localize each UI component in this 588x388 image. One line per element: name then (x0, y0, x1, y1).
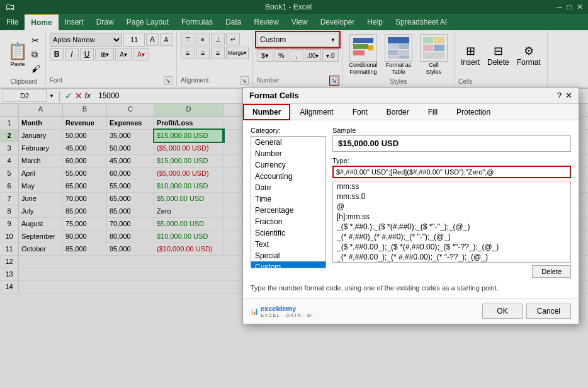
sample-section: Sample $15,000.00 USD (332, 127, 571, 152)
format-list-item[interactable]: [h]:mm:ss (333, 212, 570, 222)
format-list[interactable]: mm:ss mm:ss.0 @ [h]:mm:ss _($ *,##0.);_(… (332, 181, 571, 263)
format-list-item[interactable]: mm:ss.0 (333, 191, 570, 202)
sample-box: $15,000.00 USD (332, 135, 571, 152)
dialog-help-button[interactable]: ? (557, 91, 562, 100)
category-item-number[interactable]: Number (251, 148, 325, 159)
type-section: Type: (332, 157, 571, 178)
ok-button[interactable]: OK (482, 304, 522, 319)
dialog-action-buttons: OK Cancel (482, 304, 571, 319)
category-item-text[interactable]: Text (251, 239, 325, 250)
format-list-item[interactable]: mm:ss (333, 181, 570, 191)
format-list-item[interactable]: _($ *,##0.00_);_($ *(#,##0.00);_($ *"-??… (333, 242, 570, 252)
category-item-scientific[interactable]: Scientific (251, 227, 325, 239)
dialog-body: Category: General Number Currency Accoun… (243, 120, 579, 298)
type-label: Type: (332, 157, 571, 164)
category-item-custom[interactable]: Custom (251, 261, 325, 268)
category-item-special[interactable]: Special (251, 250, 325, 261)
dialog-title: Format Cells (249, 91, 299, 100)
category-item-time[interactable]: Time (251, 193, 325, 205)
category-item-general[interactable]: General (251, 137, 325, 148)
dialog-logo: 📊 exceldemy EXCEL · DATA · BI (251, 305, 314, 318)
dialog-tab-border[interactable]: Border (377, 104, 419, 120)
dialog-tab-alignment[interactable]: Alignment (290, 104, 342, 120)
dialog-footer: 📊 exceldemy EXCEL · DATA · BI OK Cancel (243, 298, 579, 324)
format-list-item[interactable]: _(* #,##0.00_);_(* #,##0.00);_(* "-??_);… (333, 252, 570, 262)
delete-row: Delete (332, 265, 571, 278)
category-item-accounting[interactable]: Accounting (251, 171, 325, 182)
format-list-item[interactable]: _($ *,##0.);_($ *(#,##0);_($ *"-"_);_(@_… (333, 222, 570, 232)
format-list-item[interactable]: [Green]###,##0.00;[Red]###,##0.00;"N/A";… (333, 262, 570, 263)
type-input[interactable] (332, 166, 571, 178)
dialog-tab-font[interactable]: Font (343, 104, 377, 120)
sample-label: Sample (332, 127, 571, 134)
category-item-currency[interactable]: Currency (251, 159, 325, 171)
format-list-item[interactable]: @ (333, 202, 570, 212)
dialog-close-button[interactable]: ✕ (565, 91, 572, 100)
format-list-item[interactable]: _(* #,##0)_(* #,##0);_(* "-");_(@_) (333, 232, 570, 242)
logo-icon: 📊 (251, 308, 258, 315)
dialog-window-controls: ? ✕ (557, 91, 572, 100)
dialog-two-column: Category: General Number Currency Accoun… (251, 127, 571, 280)
format-cells-dialog: Format Cells ? ✕ Number Alignment Font B… (242, 87, 579, 324)
category-section: Category: General Number Currency Accoun… (251, 127, 326, 280)
category-item-fraction[interactable]: Fraction (251, 216, 325, 227)
category-item-percentage[interactable]: Percentage (251, 205, 325, 216)
format-right-panel: Sample $15,000.00 USD Type: mm:ss mm:ss.… (332, 127, 571, 280)
delete-format-button[interactable]: Delete (532, 265, 571, 278)
dialog-tab-fill[interactable]: Fill (419, 104, 447, 120)
dialog-tab-number[interactable]: Number (243, 104, 290, 120)
dialog-tab-protection[interactable]: Protection (447, 104, 500, 120)
category-list[interactable]: General Number Currency Accounting Date … (251, 136, 326, 268)
cancel-button[interactable]: Cancel (526, 304, 571, 319)
dialog-titlebar: Format Cells ? ✕ (243, 88, 579, 104)
dialog-tab-bar: Number Alignment Font Border Fill Protec… (243, 104, 579, 120)
dialog-description: Type the number format code, using one o… (251, 284, 571, 292)
logo-text: exceldemy EXCEL · DATA · BI (261, 305, 314, 318)
category-label: Category: (251, 127, 326, 134)
category-item-date[interactable]: Date (251, 182, 325, 193)
